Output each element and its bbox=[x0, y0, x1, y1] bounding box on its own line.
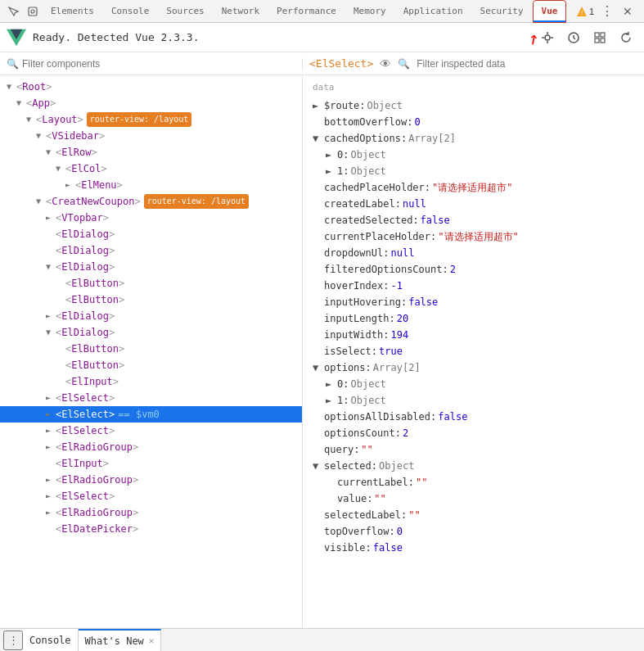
tree-node-eldialog-3[interactable]: ▼ <ElDialog> bbox=[0, 259, 302, 275]
toggle-eldialog-3[interactable]: ▼ bbox=[46, 260, 56, 274]
tree-node-elcol[interactable]: ▼ <ElCol> bbox=[0, 160, 302, 177]
refresh-icon[interactable] bbox=[615, 26, 637, 49]
tree-node-vsidebar[interactable]: ▼ <VSidebar> bbox=[0, 128, 302, 144]
inspect-icon[interactable] bbox=[23, 2, 43, 21]
tree-node-elbutton-3[interactable]: ► <ElButton> bbox=[0, 341, 302, 357]
toggle-cached-0[interactable]: ► bbox=[326, 147, 337, 163]
toggle-creatnewcoupon[interactable]: ▼ bbox=[36, 194, 46, 209]
toggle-options-0[interactable]: ► bbox=[326, 376, 337, 392]
bottom-tab-whats-new[interactable]: What's New ✕ bbox=[79, 629, 162, 652]
toggle-elradiogroup-1[interactable]: ► bbox=[46, 440, 56, 454]
filter-data-input[interactable] bbox=[417, 58, 637, 70]
toggle-cachedoptions[interactable]: ▼ bbox=[313, 130, 324, 147]
toggle-elradiogroup-3[interactable]: ► bbox=[46, 505, 56, 520]
tree-node-eldialog-4[interactable]: ► <ElDialog> bbox=[0, 308, 302, 324]
tree-node-vtopbar[interactable]: ► <VTopbar> bbox=[0, 210, 302, 226]
tab-performance[interactable]: Performance bbox=[268, 0, 345, 23]
tree-node-eldialog-1[interactable]: ► <ElDialog> bbox=[0, 226, 302, 242]
data-row-options-1[interactable]: ► 1: Object bbox=[313, 392, 634, 409]
close-devtools-icon[interactable]: ✕ bbox=[618, 2, 637, 21]
eye-icon[interactable]: 👁 bbox=[376, 57, 394, 70]
svg-rect-11 bbox=[595, 33, 599, 37]
data-row-options[interactable]: ▼ options: Array[2] bbox=[313, 359, 634, 376]
tree-node-elradiogroup-3[interactable]: ► <ElRadioGroup> bbox=[0, 504, 302, 521]
toggle-layout[interactable]: ▼ bbox=[26, 112, 36, 127]
tree-node-elselect-1[interactable]: ► <ElSelect> bbox=[0, 390, 302, 406]
toggle-elcol[interactable]: ▼ bbox=[56, 161, 65, 176]
bottom-menu-icon[interactable]: ⋮ bbox=[3, 631, 23, 650]
tab-console[interactable]: Console bbox=[103, 0, 158, 23]
tree-node-elinput-2[interactable]: ► <ElInput> bbox=[0, 455, 302, 472]
tree-node-elbutton-4[interactable]: ► <ElButton> bbox=[0, 357, 302, 373]
svg-rect-12 bbox=[601, 33, 605, 37]
tree-node-elradiogroup-2[interactable]: ► <ElRadioGroup> bbox=[0, 472, 302, 488]
data-row-optionsalldisabled: optionsAllDisabled: false bbox=[313, 409, 634, 425]
toggle-root[interactable]: ▼ bbox=[7, 79, 16, 94]
tree-node-eldatepicker[interactable]: ► <ElDatePicker> bbox=[0, 521, 302, 537]
tree-node-elmenu[interactable]: ► <ElMenu> bbox=[0, 177, 302, 193]
data-row-dropdownul: dropdownUl: null bbox=[313, 245, 634, 261]
toggle-elselect-3[interactable]: ► bbox=[46, 423, 56, 438]
tree-node-eldialog-2[interactable]: ► <ElDialog> bbox=[0, 242, 302, 259]
tree-node-layout[interactable]: ▼ <Layout> router-view: /layout bbox=[0, 111, 302, 128]
data-row-cached-1[interactable]: ► 1: Object bbox=[313, 163, 634, 179]
tree-node-elrow[interactable]: ▼ <ElRow> bbox=[0, 144, 302, 160]
data-row-selected[interactable]: ▼ selected: Object bbox=[313, 458, 634, 474]
tree-node-elselect-3[interactable]: ► <ElSelect> bbox=[0, 423, 302, 439]
tree-node-elinput[interactable]: ► <ElInput> bbox=[0, 373, 302, 390]
data-row-createdselected: createdSelected: false bbox=[313, 212, 634, 228]
grid-icon[interactable] bbox=[588, 26, 611, 49]
data-row-route[interactable]: ► $route: Object bbox=[313, 97, 634, 114]
toggle-elselect-2[interactable]: ► bbox=[46, 407, 56, 422]
toggle-eldialog-5[interactable]: ▼ bbox=[46, 325, 56, 340]
toggle-selected[interactable]: ▼ bbox=[313, 458, 324, 474]
tab-elements[interactable]: Elements bbox=[43, 0, 103, 23]
select-component-icon[interactable] bbox=[536, 26, 559, 49]
tree-node-root[interactable]: ▼ <Root> bbox=[0, 79, 302, 95]
tree-node-eldialog-5[interactable]: ▼ <ElDialog> bbox=[0, 324, 302, 341]
toggle-options[interactable]: ▼ bbox=[313, 359, 324, 376]
data-row-selectedlabel: selectedLabel: "" bbox=[313, 507, 634, 523]
toggle-elselect-1[interactable]: ► bbox=[46, 391, 56, 405]
toggle-app[interactable]: ▼ bbox=[16, 96, 26, 111]
toggle-route[interactable]: ► bbox=[313, 97, 324, 114]
close-whats-new-tab[interactable]: ✕ bbox=[149, 635, 155, 646]
data-row-hoverindex: hoverIndex: -1 bbox=[313, 278, 634, 294]
toggle-elradiogroup-2[interactable]: ► bbox=[46, 472, 56, 487]
data-row-cached-0[interactable]: ► 0: Object bbox=[313, 147, 634, 163]
tree-node-app[interactable]: ▼ <App> bbox=[0, 95, 302, 111]
toggle-elrow[interactable]: ▼ bbox=[46, 145, 56, 160]
toggle-vsidebar[interactable]: ▼ bbox=[36, 129, 46, 143]
toggle-elselect-4[interactable]: ► bbox=[46, 489, 56, 504]
tree-node-elselect-4[interactable]: ► <ElSelect> bbox=[0, 488, 302, 504]
svg-point-5 bbox=[545, 35, 550, 40]
console-tab-label: Console bbox=[29, 635, 71, 646]
tab-memory[interactable]: Memory bbox=[345, 0, 395, 23]
tab-network[interactable]: Network bbox=[214, 0, 268, 23]
svg-rect-13 bbox=[595, 38, 599, 43]
tree-node-elbutton-2[interactable]: ► <ElButton> bbox=[0, 292, 302, 308]
data-row-options-0[interactable]: ► 0: Object bbox=[313, 376, 634, 392]
toggle-elmenu[interactable]: ► bbox=[65, 178, 75, 192]
bottom-tab-console[interactable]: Console bbox=[23, 629, 79, 652]
tree-node-elbutton-1[interactable]: ► <ElButton> bbox=[0, 275, 302, 292]
toggle-cached-1[interactable]: ► bbox=[326, 163, 337, 179]
tab-application[interactable]: Application bbox=[395, 0, 472, 23]
toggle-vtopbar[interactable]: ► bbox=[46, 210, 56, 225]
data-row-currentplaceholder: currentPlaceHolder: "请选择适用超市" bbox=[313, 228, 634, 245]
tab-sources[interactable]: Sources bbox=[158, 0, 213, 23]
tree-node-creatnewcoupon[interactable]: ▼ <CreatNewCoupon> router-view: /layout bbox=[0, 193, 302, 210]
toggle-options-1[interactable]: ► bbox=[326, 392, 337, 409]
data-row-inputlength: inputLength: 20 bbox=[313, 310, 634, 327]
data-row-cachedoptions[interactable]: ▼ cachedOptions: Array[2] bbox=[313, 130, 634, 147]
toggle-eldialog-4[interactable]: ► bbox=[46, 309, 56, 323]
tree-node-elselect-2-selected[interactable]: ► <ElSelect> == $vm0 bbox=[0, 406, 302, 423]
tab-security[interactable]: Security bbox=[472, 0, 533, 23]
filter-components-input[interactable] bbox=[22, 58, 295, 70]
tree-node-elradiogroup-1[interactable]: ► <ElRadioGroup> bbox=[0, 439, 302, 455]
more-options-icon[interactable]: ⋮ bbox=[597, 2, 616, 21]
tab-vue[interactable]: Vue bbox=[533, 0, 567, 23]
cursor-icon[interactable] bbox=[3, 2, 23, 21]
history-icon[interactable] bbox=[562, 26, 585, 49]
warning-badge[interactable]: ! 1 bbox=[575, 2, 595, 21]
